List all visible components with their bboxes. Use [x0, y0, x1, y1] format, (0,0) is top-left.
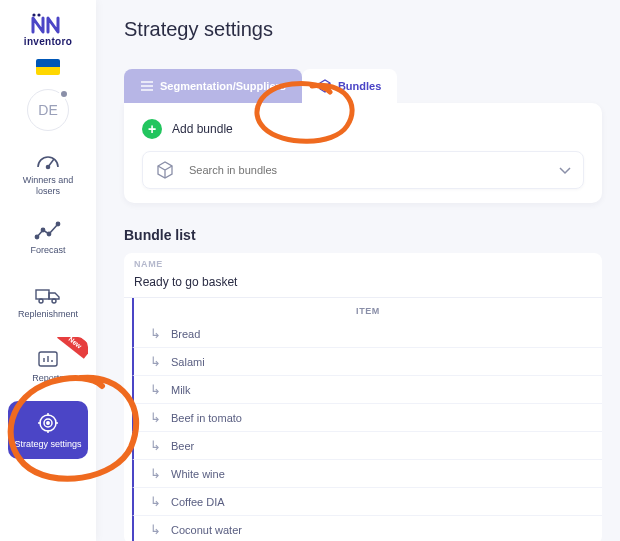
bundle-item-row[interactable]: ↳Salami	[132, 348, 602, 376]
chevron-down-icon	[559, 161, 571, 179]
nav-label: Winners and losers	[10, 175, 86, 197]
svg-point-6	[47, 232, 50, 235]
bundle-table: NAME Ready to go basket ITEM ↳Bread↳Sala…	[124, 253, 602, 541]
bundle-item-row[interactable]: ↳Beer	[132, 432, 602, 460]
col-header-name: NAME	[124, 253, 602, 271]
bundle-item-row[interactable]: ↳Bread	[132, 320, 602, 348]
brand-name: inventoro	[13, 36, 83, 47]
ukraine-flag-icon	[36, 59, 60, 75]
bundle-item-label: Coconut water	[171, 524, 242, 536]
col-header-item: ITEM	[132, 298, 602, 320]
child-arrow-icon: ↳	[150, 327, 161, 340]
nav-label: Reports	[32, 373, 64, 384]
svg-point-0	[32, 13, 35, 16]
brand-logo: inventoro	[13, 12, 83, 47]
nav-reports[interactable]: New Reports	[8, 337, 88, 395]
svg-point-4	[35, 235, 38, 238]
child-arrow-icon: ↳	[150, 439, 161, 452]
bundle-list-title: Bundle list	[124, 227, 602, 243]
tab-label: Bundles	[338, 80, 381, 92]
box-icon	[318, 79, 332, 93]
child-arrow-icon: ↳	[150, 383, 161, 396]
bundle-item-label: Coffee DIA	[171, 496, 225, 508]
avatar-initials: DE	[38, 102, 57, 118]
plus-icon: +	[142, 119, 162, 139]
tab-label: Segmentation/Suppliers	[160, 80, 286, 92]
bundle-item-row[interactable]: ↳Milk	[132, 376, 602, 404]
bundle-item-label: Salami	[171, 356, 205, 368]
svg-point-1	[37, 13, 40, 16]
tab-segmentation-suppliers[interactable]: Segmentation/Suppliers	[124, 69, 302, 103]
bundle-item-label: Beer	[171, 440, 194, 452]
gauge-icon	[34, 151, 62, 171]
bundle-item-label: Milk	[171, 384, 191, 396]
target-gear-icon	[35, 411, 61, 435]
nav-label: Replenishment	[18, 309, 78, 320]
add-bundle-label: Add bundle	[172, 122, 233, 136]
nav-forecast[interactable]: Forecast	[8, 209, 88, 267]
svg-point-3	[47, 166, 50, 169]
bundle-item-row[interactable]: ↳Coconut water	[132, 516, 602, 541]
nav-strategy-settings[interactable]: Strategy settings	[8, 401, 88, 459]
page-title: Strategy settings	[124, 18, 602, 41]
bundles-panel: + Add bundle	[124, 103, 602, 203]
bundle-item-row[interactable]: ↳Coffee DIA	[132, 488, 602, 516]
child-arrow-icon: ↳	[150, 523, 161, 536]
search-bundles[interactable]	[142, 151, 584, 189]
svg-point-5	[41, 228, 44, 231]
svg-rect-8	[36, 290, 49, 299]
status-dot-icon	[59, 89, 69, 99]
tab-bundles[interactable]: Bundles	[302, 69, 397, 103]
main-content: Strategy settings Segmentation/Suppliers…	[96, 0, 620, 541]
nav-replenishment[interactable]: Replenishment	[8, 273, 88, 331]
svg-point-17	[47, 421, 49, 423]
svg-point-7	[56, 222, 59, 225]
child-arrow-icon: ↳	[150, 467, 161, 480]
trend-icon	[34, 221, 62, 241]
bar-chart-icon	[36, 349, 60, 369]
bundle-name-row[interactable]: Ready to go basket	[124, 271, 602, 298]
bundle-item-row[interactable]: ↳White wine	[132, 460, 602, 488]
bundle-item-row[interactable]: ↳Beef in tomato	[132, 404, 602, 432]
svg-point-9	[39, 299, 43, 303]
bundle-item-label: Beef in tomato	[171, 412, 242, 424]
list-icon	[140, 80, 154, 92]
child-arrow-icon: ↳	[150, 495, 161, 508]
logo-mark-icon	[30, 12, 66, 34]
package-icon	[155, 160, 175, 180]
new-badge: New	[57, 337, 88, 359]
nav-label: Forecast	[30, 245, 65, 256]
bundle-item-label: Bread	[171, 328, 200, 340]
bundle-item-label: White wine	[171, 468, 225, 480]
search-input[interactable]	[189, 164, 545, 176]
nav-label: Strategy settings	[14, 439, 81, 450]
user-avatar[interactable]: DE	[27, 89, 69, 131]
child-arrow-icon: ↳	[150, 355, 161, 368]
svg-point-10	[52, 299, 56, 303]
child-arrow-icon: ↳	[150, 411, 161, 424]
nav-winners-losers[interactable]: Winners and losers	[8, 145, 88, 203]
sidebar: inventoro DE Winners and losers Forecast	[0, 0, 96, 541]
tabs: Segmentation/Suppliers Bundles	[124, 69, 602, 103]
truck-icon	[34, 285, 62, 305]
add-bundle-button[interactable]: + Add bundle	[142, 119, 584, 139]
